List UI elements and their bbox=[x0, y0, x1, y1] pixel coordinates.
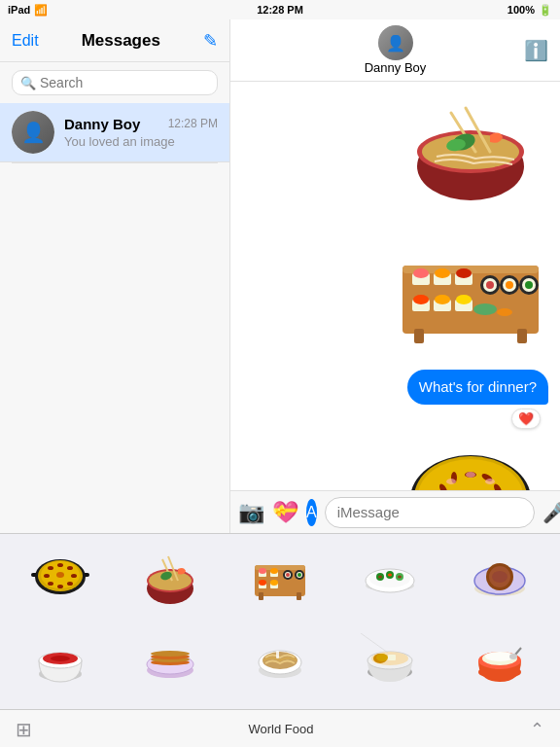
chat-avatar: 👤 bbox=[378, 25, 413, 60]
contact-time: 12:28 PM bbox=[168, 117, 218, 130]
bubble-row-outgoing: What's for dinner? bbox=[407, 370, 548, 405]
svg-point-59 bbox=[67, 566, 73, 570]
svg-point-65 bbox=[48, 566, 53, 570]
svg-rect-76 bbox=[297, 592, 301, 600]
info-button[interactable]: ℹ️ bbox=[524, 39, 548, 62]
svg-rect-118 bbox=[276, 651, 279, 658]
battery-label: 100% bbox=[508, 4, 535, 16]
status-bar: iPad 📶 12:28 PM 100% 🔋 bbox=[0, 0, 560, 19]
svg-point-61 bbox=[67, 582, 73, 586]
search-bar: 🔍 bbox=[0, 62, 229, 103]
appstore-button[interactable]: A bbox=[306, 499, 317, 526]
svg-line-130 bbox=[515, 648, 521, 655]
svg-point-83 bbox=[286, 573, 290, 577]
svg-point-80 bbox=[270, 568, 278, 574]
svg-point-51 bbox=[485, 479, 495, 484]
sticker-mooncake[interactable] bbox=[446, 542, 552, 620]
svg-rect-124 bbox=[388, 655, 396, 660]
sticker-ramen[interactable] bbox=[118, 542, 224, 620]
search-input-wrap[interactable]: 🔍 bbox=[12, 70, 218, 95]
search-input[interactable] bbox=[40, 75, 209, 90]
svg-point-63 bbox=[48, 582, 53, 586]
svg-point-98 bbox=[388, 574, 392, 577]
svg-point-114 bbox=[151, 651, 190, 657]
bubble-outgoing: What's for dinner? bbox=[407, 370, 548, 405]
reaction-heart-pill: ❤️ bbox=[511, 409, 541, 429]
input-bar: 📷 💝 A 🎤 bbox=[230, 490, 560, 533]
svg-point-19 bbox=[486, 281, 494, 289]
svg-point-108 bbox=[51, 656, 70, 661]
svg-point-97 bbox=[378, 576, 382, 579]
status-left: iPad 📶 bbox=[8, 4, 48, 17]
svg-point-62 bbox=[57, 585, 63, 588]
messages-title: Messages bbox=[82, 31, 160, 51]
svg-point-27 bbox=[413, 295, 429, 304]
edit-button[interactable]: Edit bbox=[12, 32, 39, 50]
svg-point-22 bbox=[506, 281, 513, 289]
svg-point-32 bbox=[473, 303, 497, 315]
svg-point-88 bbox=[259, 580, 266, 586]
device-label: iPad bbox=[8, 4, 30, 16]
svg-point-12 bbox=[413, 268, 429, 278]
message-ramen-sticker bbox=[242, 93, 548, 220]
svg-point-99 bbox=[398, 576, 402, 579]
sticker-footer: ⊞ World Food ⌃ bbox=[0, 709, 560, 747]
svg-point-60 bbox=[71, 574, 77, 578]
message-what-dinner: What's for dinner? ❤️ bbox=[242, 370, 548, 429]
message-paella-sticker bbox=[242, 441, 548, 491]
sticker-tray: ⊞ World Food ⌃ bbox=[0, 533, 560, 747]
svg-point-31 bbox=[456, 295, 472, 304]
svg-rect-10 bbox=[517, 329, 527, 343]
status-right: 100% 🔋 bbox=[508, 4, 552, 17]
svg-point-33 bbox=[497, 308, 512, 316]
sticker-pack-title: World Food bbox=[249, 722, 314, 736]
imessage-input[interactable] bbox=[325, 497, 535, 528]
battery-icon: 🔋 bbox=[539, 4, 552, 17]
svg-point-66 bbox=[56, 572, 64, 578]
camera-button[interactable]: 📷 bbox=[238, 500, 264, 525]
sticker-sushi[interactable] bbox=[228, 542, 333, 620]
svg-point-16 bbox=[456, 268, 472, 278]
svg-point-25 bbox=[525, 281, 533, 289]
svg-point-104 bbox=[492, 571, 508, 583]
sticker-grid bbox=[0, 534, 560, 709]
contact-item-danny-boy[interactable]: 👤 Danny Boy 12:28 PM You loved an image bbox=[0, 103, 229, 162]
chat-avatar-icon: 👤 bbox=[378, 25, 413, 60]
svg-point-123 bbox=[376, 654, 388, 661]
avatar: 👤 bbox=[12, 111, 54, 154]
svg-point-50 bbox=[466, 472, 475, 478]
svg-point-14 bbox=[435, 268, 450, 278]
svg-rect-75 bbox=[259, 592, 263, 600]
chat-contact-name: Danny Boy bbox=[365, 60, 427, 75]
svg-point-78 bbox=[259, 568, 266, 574]
sticker-crepes[interactable] bbox=[118, 623, 224, 701]
ramen-sticker bbox=[393, 93, 548, 220]
search-icon: 🔍 bbox=[20, 76, 36, 90]
compose-button[interactable]: ✎ bbox=[203, 30, 218, 52]
contact-info: Danny Boy 12:28 PM You loved an image bbox=[64, 116, 218, 150]
svg-point-90 bbox=[270, 580, 278, 586]
svg-line-125 bbox=[361, 633, 388, 653]
svg-point-86 bbox=[298, 573, 301, 577]
sticker-tapas[interactable] bbox=[336, 542, 442, 620]
sticker-red-soup[interactable] bbox=[8, 623, 114, 701]
chat-messages: What's for dinner? ❤️ bbox=[230, 82, 560, 490]
status-time: 12:28 PM bbox=[257, 4, 303, 16]
paella-sticker bbox=[393, 441, 548, 491]
contact-name: Danny Boy bbox=[64, 116, 140, 132]
contact-preview: You loved an image bbox=[64, 134, 175, 149]
microphone-button[interactable]: 🎤 bbox=[542, 501, 560, 524]
svg-rect-9 bbox=[414, 329, 424, 343]
svg-point-52 bbox=[446, 479, 456, 484]
sticker-rice-bowl[interactable] bbox=[446, 623, 552, 701]
chat-header: 👤 Danny Boy ℹ️ bbox=[230, 19, 560, 82]
sticker-curry[interactable] bbox=[336, 623, 442, 701]
sushi-sticker bbox=[393, 231, 548, 358]
svg-point-58 bbox=[57, 563, 63, 567]
apps-grid-button[interactable]: ⊞ bbox=[16, 718, 32, 741]
heartbeat-button[interactable]: 💝 bbox=[272, 500, 298, 525]
chevron-up-icon[interactable]: ⌃ bbox=[530, 719, 544, 740]
sticker-noodles[interactable] bbox=[228, 623, 333, 701]
message-sushi-sticker bbox=[242, 231, 548, 358]
sticker-paella[interactable] bbox=[8, 542, 114, 620]
